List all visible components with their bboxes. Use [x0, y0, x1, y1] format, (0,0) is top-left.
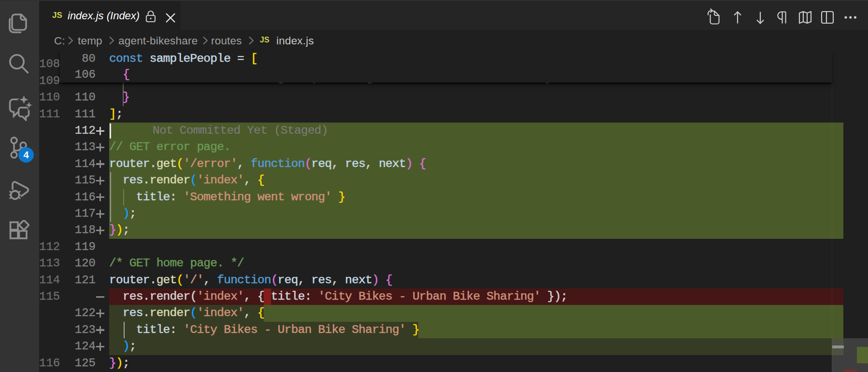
svg-text:4: 4 — [23, 150, 29, 160]
